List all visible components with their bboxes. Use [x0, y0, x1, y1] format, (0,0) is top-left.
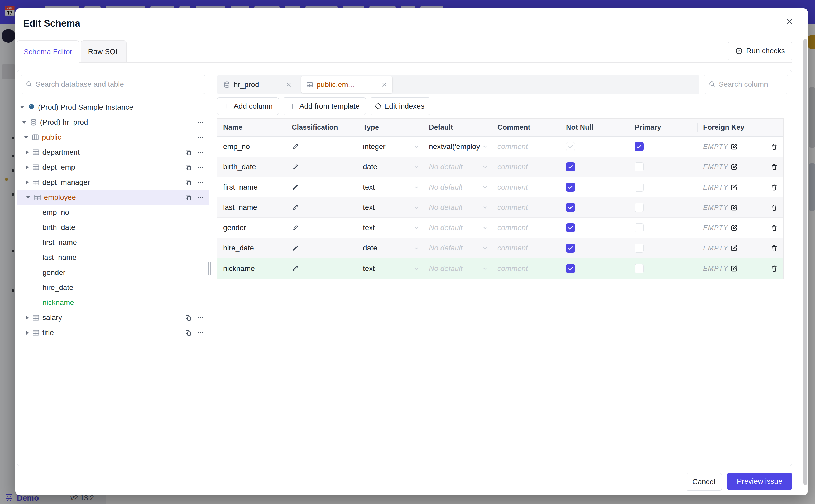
- pencil-icon[interactable]: [292, 204, 299, 211]
- tree-item-nickname[interactable]: nickname: [17, 295, 209, 310]
- tree-item-hire_date[interactable]: hire_date: [17, 280, 209, 295]
- tree-item-emp_no[interactable]: emp_no: [17, 205, 209, 220]
- caret-right-icon[interactable]: [26, 165, 29, 169]
- comment-field[interactable]: comment: [492, 258, 560, 279]
- tree-item--prod-hr_prod[interactable]: (Prod) hr_prod: [17, 115, 209, 130]
- default-select[interactable]: No default: [423, 197, 492, 217]
- preview-issue-button[interactable]: Preview issue: [727, 473, 792, 490]
- copy-icon[interactable]: [185, 149, 192, 156]
- not-null-checkbox-checked[interactable]: [566, 183, 575, 192]
- column-search-input[interactable]: [719, 80, 774, 89]
- tree-item-last_name[interactable]: last_name: [17, 250, 209, 265]
- tree-item-title[interactable]: title: [17, 325, 209, 340]
- edit-foreign-key-icon[interactable]: [730, 183, 738, 191]
- comment-field[interactable]: comment: [492, 218, 560, 238]
- close-tab-icon[interactable]: [381, 81, 388, 88]
- default-select[interactable]: nextval('employ: [423, 137, 492, 157]
- more-icon[interactable]: [197, 194, 204, 201]
- tree-item--prod-prod-sample-instance[interactable]: (Prod) Prod Sample Instance: [17, 100, 209, 115]
- pencil-icon[interactable]: [292, 143, 299, 150]
- tab-schema-editor[interactable]: Schema Editor: [17, 40, 79, 63]
- type-select[interactable]: date: [357, 157, 423, 177]
- type-select[interactable]: text: [357, 177, 423, 197]
- caret-right-icon[interactable]: [26, 180, 29, 185]
- trash-icon[interactable]: [770, 244, 778, 252]
- tree-item-gender[interactable]: gender: [17, 265, 209, 280]
- edit-foreign-key-icon[interactable]: [730, 204, 738, 211]
- comment-field[interactable]: comment: [492, 197, 560, 217]
- caret-down-icon[interactable]: [20, 106, 24, 109]
- tree-search-input[interactable]: [36, 80, 201, 89]
- trash-icon[interactable]: [770, 143, 778, 151]
- caret-down-icon[interactable]: [26, 196, 30, 199]
- column-name-cell[interactable]: emp_no: [217, 137, 286, 157]
- copy-icon[interactable]: [185, 179, 192, 186]
- pencil-icon[interactable]: [292, 163, 299, 171]
- tab-raw-sql[interactable]: Raw SQL: [81, 40, 127, 63]
- pencil-icon[interactable]: [292, 184, 299, 191]
- type-select[interactable]: text: [357, 197, 423, 217]
- caret-down-icon[interactable]: [24, 136, 28, 139]
- more-icon[interactable]: [197, 179, 204, 186]
- edit-foreign-key-icon[interactable]: [730, 244, 738, 252]
- column-name-cell[interactable]: birth_date: [217, 157, 286, 177]
- trash-icon[interactable]: [770, 204, 778, 211]
- edit-foreign-key-icon[interactable]: [730, 224, 738, 232]
- caret-down-icon[interactable]: [22, 121, 26, 124]
- caret-right-icon[interactable]: [26, 150, 29, 154]
- not-null-checkbox-disabled-checked[interactable]: [566, 142, 575, 151]
- primary-checkbox-unchecked[interactable]: [635, 264, 644, 273]
- trash-icon[interactable]: [770, 265, 778, 272]
- default-select[interactable]: No default: [423, 157, 492, 177]
- edit-indexes-button[interactable]: Edit indexes: [370, 97, 431, 115]
- primary-checkbox-unchecked[interactable]: [635, 223, 644, 232]
- add-from-template-button[interactable]: Add from template: [283, 97, 366, 115]
- tree-item-dept_emp[interactable]: dept_emp: [17, 160, 209, 175]
- column-name-cell[interactable]: first_name: [217, 177, 286, 197]
- default-select[interactable]: No default: [423, 238, 492, 258]
- copy-icon[interactable]: [185, 329, 192, 336]
- column-name-cell[interactable]: nickname: [217, 258, 286, 279]
- more-icon[interactable]: [197, 134, 204, 141]
- not-null-checkbox-checked[interactable]: [566, 264, 575, 273]
- trash-icon[interactable]: [770, 163, 778, 171]
- column-name-cell[interactable]: last_name: [217, 197, 286, 217]
- more-icon[interactable]: [197, 119, 204, 126]
- tree-item-department[interactable]: department: [17, 145, 209, 160]
- primary-checkbox-unchecked[interactable]: [635, 183, 644, 192]
- tree-item-salary[interactable]: salary: [17, 310, 209, 325]
- trash-icon[interactable]: [770, 224, 778, 232]
- modal-scrollbar[interactable]: [803, 39, 807, 485]
- pencil-icon[interactable]: [292, 265, 299, 272]
- tree-item-dept_manager[interactable]: dept_manager: [17, 175, 209, 190]
- close-tab-icon[interactable]: [285, 81, 292, 88]
- primary-checkbox-checked[interactable]: [635, 142, 644, 151]
- comment-field[interactable]: comment: [492, 137, 560, 157]
- more-icon[interactable]: [197, 164, 204, 171]
- column-name-cell[interactable]: hire_date: [217, 238, 286, 258]
- not-null-checkbox-checked[interactable]: [566, 203, 575, 212]
- copy-icon[interactable]: [185, 194, 192, 201]
- default-select[interactable]: No default: [423, 218, 492, 238]
- more-icon[interactable]: [197, 314, 204, 321]
- type-select[interactable]: date: [357, 238, 423, 258]
- more-icon[interactable]: [197, 149, 204, 156]
- primary-checkbox-unchecked[interactable]: [635, 162, 644, 171]
- more-icon[interactable]: [197, 329, 204, 336]
- pencil-icon[interactable]: [292, 245, 299, 252]
- type-select[interactable]: text: [357, 218, 423, 238]
- tree-item-public[interactable]: public: [17, 130, 209, 145]
- primary-checkbox-unchecked[interactable]: [635, 203, 644, 212]
- pencil-icon[interactable]: [292, 224, 299, 231]
- not-null-checkbox-checked[interactable]: [566, 162, 575, 171]
- comment-field[interactable]: comment: [492, 238, 560, 258]
- tree-item-first_name[interactable]: first_name: [17, 235, 209, 250]
- copy-icon[interactable]: [185, 164, 192, 171]
- type-select[interactable]: text: [357, 258, 423, 279]
- caret-right-icon[interactable]: [26, 316, 29, 320]
- trash-icon[interactable]: [770, 183, 778, 191]
- caret-right-icon[interactable]: [26, 331, 29, 335]
- editor-tab-hr_prod[interactable]: hr_prod: [218, 76, 297, 93]
- comment-field[interactable]: comment: [492, 157, 560, 177]
- tree-item-birth_date[interactable]: birth_date: [17, 220, 209, 235]
